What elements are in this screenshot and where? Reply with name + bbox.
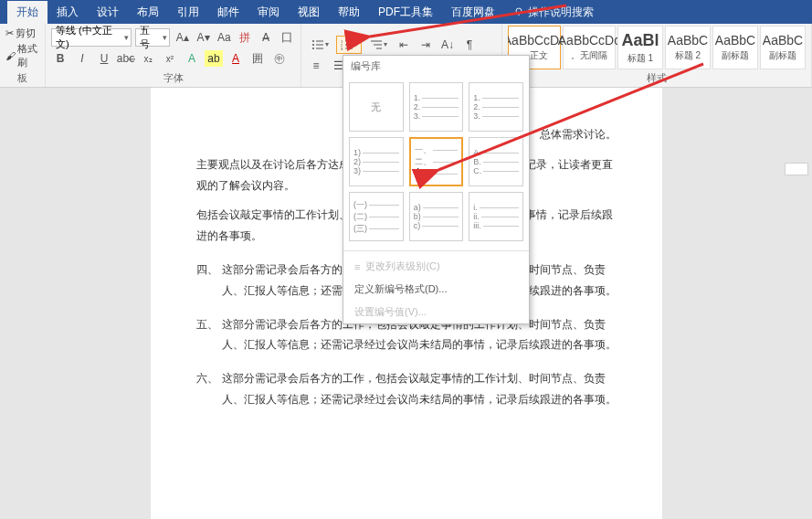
clipboard-panel: ✂剪切 🖌格式刷 板: [0, 24, 46, 87]
underline-icon[interactable]: U: [95, 50, 113, 67]
svg-point-0: [516, 8, 522, 14]
numbering-thumb-0-1[interactable]: 1.2.3.: [409, 82, 464, 132]
style-item-2[interactable]: AaBl标题 1: [617, 26, 663, 69]
style-gallery: AaBbCcDc。正文AaBbCcDc。无间隔AaBl标题 1AaBbC标题 2…: [508, 26, 806, 69]
decrease-indent-icon[interactable]: ⇤: [395, 37, 413, 53]
numbering-thumb-1-2[interactable]: A.B.C.: [469, 137, 523, 186]
font-panel-title: 字体: [46, 71, 301, 87]
menu-tab-5[interactable]: 邮件: [208, 1, 248, 24]
italic-icon[interactable]: I: [73, 50, 91, 67]
strike-icon[interactable]: abc̶: [117, 50, 135, 67]
enclose-char-icon[interactable]: ㊥: [270, 50, 289, 67]
format-painter-button[interactable]: 🖌格式刷: [5, 42, 39, 69]
menu-tab-2[interactable]: 设计: [88, 1, 128, 24]
doc-list-item: 六、这部分需记录会后各方的工作，包括会议敲定事情的工作计划、时间节点、负责人、汇…: [196, 368, 617, 410]
font-name-combo[interactable]: 等线 (中文正文): [51, 28, 132, 47]
change-list-level-item[interactable]: ≡更改列表级别(C): [343, 255, 529, 278]
bullets-button[interactable]: [307, 36, 332, 54]
subscript-icon[interactable]: x₂: [139, 50, 157, 67]
grow-font-icon[interactable]: A▴: [174, 29, 191, 46]
char-border-icon[interactable]: 囗: [278, 29, 295, 46]
svg-text:2: 2: [341, 43, 343, 48]
menu-tab-0[interactable]: 开始: [7, 1, 47, 24]
font-color-icon[interactable]: A: [227, 50, 245, 67]
svg-text:1: 1: [341, 39, 343, 44]
numbering-title: 编号库: [343, 56, 529, 77]
style-item-1[interactable]: AaBbCcDc。无间隔: [563, 26, 616, 69]
increase-indent-icon[interactable]: ⇥: [417, 37, 435, 53]
text-effects-icon[interactable]: A: [183, 50, 201, 67]
numbering-thumb-2-0[interactable]: (一)(二)(三): [349, 192, 404, 241]
menu-tab-8[interactable]: 帮助: [329, 1, 369, 24]
svg-point-6: [312, 48, 314, 49]
style-item-4[interactable]: AaBbC副标题: [712, 26, 758, 69]
highlight-icon[interactable]: ab: [205, 50, 223, 67]
clear-format-icon[interactable]: A̶: [257, 29, 274, 46]
numbering-thumb-0-0[interactable]: 无: [349, 82, 404, 132]
define-new-number-format-item[interactable]: 定义新编号格式(D)...: [343, 278, 529, 301]
change-case-icon[interactable]: Aa: [216, 29, 233, 46]
styles-title: 样式: [502, 71, 811, 87]
svg-point-2: [312, 40, 314, 42]
align-left-icon[interactable]: ≡: [307, 58, 325, 74]
shrink-font-icon[interactable]: A▾: [195, 29, 212, 46]
menu-tab-10[interactable]: 百度网盘: [442, 1, 504, 24]
menu-tab-9[interactable]: PDF工具集: [369, 1, 442, 24]
numbering-thumb-2-2[interactable]: i.ii.iii.: [469, 192, 523, 241]
menubar: 开始插入设计布局引用邮件审阅视图帮助PDF工具集百度网盘 操作说明搜索: [0, 0, 812, 24]
superscript-icon[interactable]: x²: [161, 50, 179, 67]
menu-tab-3[interactable]: 布局: [128, 1, 168, 24]
bold-icon[interactable]: B: [51, 50, 69, 67]
sort-icon[interactable]: A↓: [438, 37, 457, 53]
menu-tab-1[interactable]: 插入: [47, 1, 88, 24]
tell-me-label: 操作说明搜索: [528, 5, 594, 20]
set-numbering-value-item[interactable]: 设置编号值(V)...: [343, 301, 529, 323]
numbering-thumb-0-2[interactable]: 1.2.3.: [469, 82, 523, 132]
bullets-icon: [311, 39, 324, 50]
numbering-thumb-2-1[interactable]: a)b)c): [409, 192, 464, 241]
numbering-thumb-1-0[interactable]: 1)2)3): [349, 137, 404, 186]
char-shading-icon[interactable]: 囲: [248, 50, 267, 67]
menu-tab-4[interactable]: 引用: [168, 1, 208, 24]
multilevel-button[interactable]: [365, 36, 391, 54]
numbering-button[interactable]: 123: [336, 36, 362, 54]
styles-panel: AaBbCcDc。正文AaBbCcDc。无间隔AaBl标题 1AaBbC标题 2…: [502, 24, 812, 87]
numbering-dropdown: 编号库 无1.2.3.1.2.3.1)2)3)一、二、三、A.B.C.(一)(二…: [343, 55, 530, 324]
cursor-icon: [417, 168, 432, 186]
font-panel: 等线 (中文正文) 五号 A▴ A▾ Aa 拼 A̶ 囗 B I U abc̶ …: [46, 24, 301, 87]
style-item-3[interactable]: AaBbC标题 2: [665, 26, 711, 69]
font-size-combo[interactable]: 五号: [135, 28, 171, 47]
numbering-icon: 123: [341, 39, 353, 50]
svg-text:3: 3: [341, 47, 343, 50]
svg-point-4: [312, 44, 314, 46]
lightbulb-icon: [513, 6, 524, 17]
menu-tab-7[interactable]: 视图: [289, 1, 329, 24]
style-item-5[interactable]: AaBbC副标题: [760, 26, 806, 69]
page-marker: [785, 163, 808, 175]
brush-icon: 🖌: [5, 50, 16, 61]
show-marks-icon[interactable]: ¶: [460, 37, 479, 53]
scissors-icon: ✂: [5, 27, 14, 39]
tell-me-search[interactable]: 操作说明搜索: [513, 5, 594, 20]
menu-tab-6[interactable]: 审阅: [248, 1, 289, 24]
phonetic-icon[interactable]: 拼: [237, 29, 254, 46]
clipboard-title: 板: [0, 71, 45, 87]
cut-button[interactable]: ✂剪切: [5, 26, 39, 40]
multilevel-icon: [370, 39, 383, 50]
